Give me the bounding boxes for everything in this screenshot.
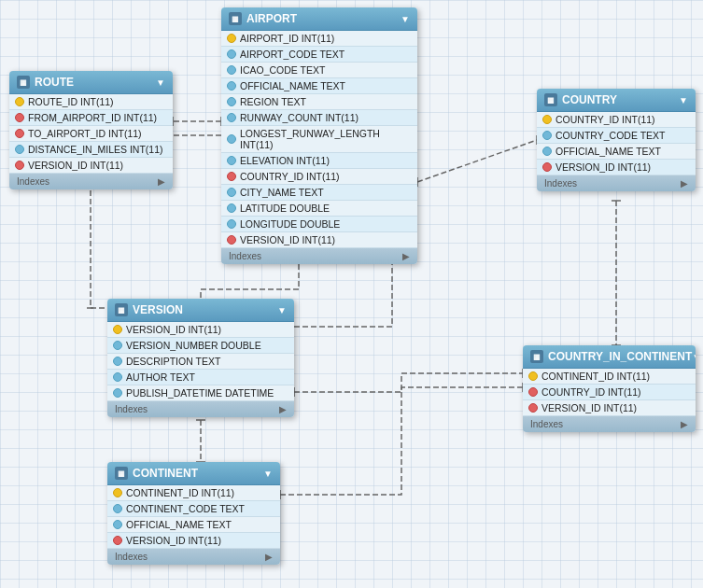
- version-title: VERSION: [133, 303, 183, 316]
- route-table-icon: ▦: [17, 76, 30, 89]
- indexes-label: Indexes: [115, 552, 148, 562]
- footer-arrow[interactable]: ▶: [158, 176, 165, 187]
- continent-chevron[interactable]: ▼: [263, 469, 273, 479]
- indexes-label: Indexes: [115, 404, 148, 414]
- version-footer: Indexes ▶: [107, 401, 294, 417]
- country-table: ▦ COUNTRY ▼ COUNTRY_ID INT(11) COUNTRY_C…: [537, 89, 696, 191]
- fk-icon: [15, 161, 24, 170]
- table-row: LONGITUDE DOUBLE: [221, 217, 417, 232]
- field-icon: [113, 372, 122, 382]
- fk-icon: [113, 536, 122, 545]
- table-row: OFFICIAL_NAME TEXT: [221, 78, 417, 94]
- table-row: LATITUDE DOUBLE: [221, 201, 417, 217]
- country-table-icon: ▦: [544, 93, 557, 106]
- country-title: COUNTRY: [562, 93, 617, 106]
- airport-table: ▦ AIRPORT ▼ AIRPORT_ID INT(11) AIRPORT_C…: [221, 7, 417, 264]
- table-row: VERSION_ID INT(11): [537, 160, 696, 175]
- country-in-continent-header: ▦ COUNTRY_IN_CONTINENT ▼: [523, 345, 696, 369]
- version-chevron[interactable]: ▼: [277, 305, 287, 315]
- fk-icon: [542, 162, 552, 172]
- footer-arrow[interactable]: ▶: [681, 419, 688, 429]
- airport-body: AIRPORT_ID INT(11) AIRPORT_CODE TEXT ICA…: [221, 31, 417, 248]
- table-row: CONTINENT_ID INT(11): [523, 369, 696, 385]
- pk-icon: [542, 115, 552, 124]
- field-icon: [113, 520, 122, 529]
- fk-icon: [528, 387, 538, 397]
- country-chevron[interactable]: ▼: [679, 95, 688, 105]
- cic-chevron[interactable]: ▼: [692, 352, 696, 362]
- fk-icon: [227, 235, 236, 245]
- table-row: COUNTRY_ID INT(11): [537, 112, 696, 128]
- version-header: ▦ VERSION ▼: [107, 299, 294, 322]
- table-row: LONGEST_RUNWAY_LENGTH INT(11): [221, 126, 417, 153]
- table-row: ICAO_CODE TEXT: [221, 63, 417, 78]
- continent-header: ▦ CONTINENT ▼: [107, 462, 280, 485]
- footer-arrow[interactable]: ▶: [265, 552, 273, 562]
- table-row: COUNTRY_ID INT(11): [221, 169, 417, 185]
- version-table: ▦ VERSION ▼ VERSION_ID INT(11) VERSION_N…: [107, 299, 294, 417]
- table-row: DISTANCE_IN_MILES INT(11): [9, 142, 173, 158]
- table-row: AIRPORT_CODE TEXT: [221, 47, 417, 63]
- country-header: ▦ COUNTRY ▼: [537, 89, 696, 112]
- field-icon: [227, 65, 236, 75]
- table-row: CONTINENT_CODE TEXT: [107, 501, 280, 517]
- airport-title: AIRPORT: [246, 12, 297, 25]
- field-icon: [15, 145, 24, 154]
- field-icon: [542, 131, 552, 140]
- field-icon: [113, 504, 122, 513]
- continent-body: CONTINENT_ID INT(11) CONTINENT_CODE TEXT…: [107, 485, 280, 549]
- continent-table-icon: ▦: [115, 467, 128, 480]
- table-row: CONTINENT_ID INT(11): [107, 485, 280, 501]
- footer-arrow[interactable]: ▶: [402, 251, 410, 261]
- field-icon: [227, 203, 236, 213]
- table-row: ROUTE_ID INT(11): [9, 94, 173, 110]
- table-row: OFFICIAL_NAME TEXT: [537, 144, 696, 160]
- fk-icon: [15, 113, 24, 122]
- table-row: REGION TEXT: [221, 94, 417, 110]
- continent-title: CONTINENT: [133, 467, 198, 480]
- table-row: DESCRIPTION TEXT: [107, 354, 294, 370]
- table-row: AUTHOR TEXT: [107, 370, 294, 385]
- footer-arrow[interactable]: ▶: [279, 404, 287, 414]
- route-footer: Indexes ▶: [9, 174, 173, 189]
- route-header: ▦ ROUTE ▼: [9, 71, 173, 94]
- cic-body: CONTINENT_ID INT(11) COUNTRY_ID INT(11) …: [523, 369, 696, 416]
- pk-icon: [15, 97, 24, 106]
- version-table-icon: ▦: [115, 303, 128, 316]
- indexes-label: Indexes: [17, 176, 49, 187]
- table-row: COUNTRY_ID INT(11): [523, 385, 696, 400]
- route-chevron[interactable]: ▼: [156, 77, 165, 88]
- airport-chevron[interactable]: ▼: [401, 14, 410, 24]
- country-in-continent-table: ▦ COUNTRY_IN_CONTINENT ▼ CONTINENT_ID IN…: [523, 345, 696, 432]
- country-body: COUNTRY_ID INT(11) COUNTRY_CODE TEXT OFF…: [537, 112, 696, 175]
- country-footer: Indexes ▶: [537, 175, 696, 191]
- table-row: AIRPORT_ID INT(11): [221, 31, 417, 47]
- table-row: RUNWAY_COUNT INT(11): [221, 110, 417, 126]
- field-icon: [542, 147, 552, 156]
- field-icon: [227, 156, 236, 165]
- fk-icon: [227, 172, 236, 181]
- route-title: ROUTE: [35, 76, 74, 89]
- continent-footer: Indexes ▶: [107, 549, 280, 565]
- field-icon: [113, 341, 122, 350]
- field-icon: [227, 219, 236, 229]
- field-icon: [113, 388, 122, 398]
- airport-table-icon: ▦: [229, 12, 242, 25]
- fk-icon: [15, 129, 24, 138]
- table-row: OFFICIAL_NAME TEXT: [107, 517, 280, 533]
- route-table: ▦ ROUTE ▼ ROUTE_ID INT(11) FROM_AIRPORT_…: [9, 71, 173, 189]
- field-icon: [227, 188, 236, 197]
- table-row: VERSION_NUMBER DOUBLE: [107, 338, 294, 354]
- table-row: VERSION_ID INT(11): [107, 322, 294, 338]
- footer-arrow[interactable]: ▶: [681, 178, 688, 189]
- table-row: COUNTRY_CODE TEXT: [537, 128, 696, 144]
- pk-icon: [528, 371, 538, 381]
- table-row: TO_AIRPORT_ID INT(11): [9, 126, 173, 142]
- pk-icon: [227, 34, 236, 43]
- cic-title: COUNTRY_IN_CONTINENT: [548, 350, 692, 363]
- route-body: ROUTE_ID INT(11) FROM_AIRPORT_ID INT(11)…: [9, 94, 173, 174]
- pk-icon: [113, 325, 122, 334]
- table-row: VERSION_ID INT(11): [9, 158, 173, 174]
- table-row: CITY_NAME TEXT: [221, 185, 417, 201]
- field-icon: [113, 357, 122, 366]
